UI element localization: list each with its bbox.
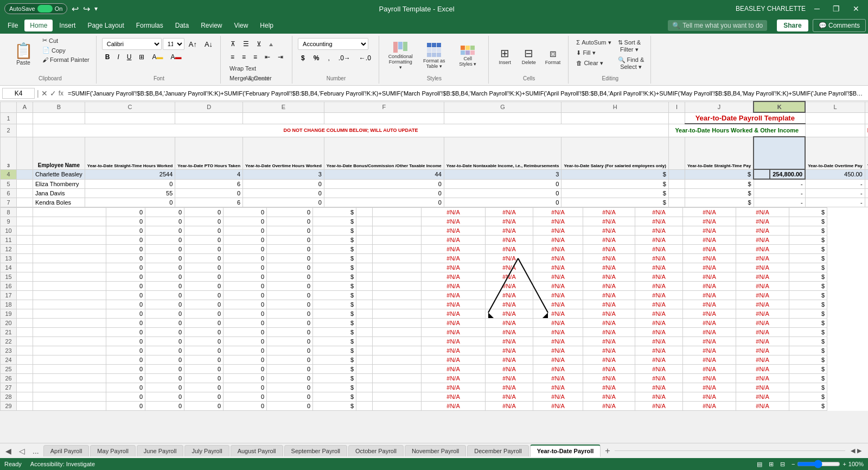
cell-k17[interactable]: #N/A bbox=[422, 291, 486, 300]
insert-button[interactable]: ⊞ Insert bbox=[494, 38, 516, 74]
find-select-button[interactable]: 🔍 Find &Select ▾ bbox=[616, 55, 647, 72]
cell-m17[interactable]: #N/A bbox=[533, 291, 583, 300]
cell-j14[interactable] bbox=[373, 263, 422, 272]
cell-h21[interactable]: $ bbox=[313, 328, 356, 337]
cell-f10[interactable]: 0 bbox=[224, 226, 267, 236]
cell-j17[interactable] bbox=[373, 291, 422, 300]
cell-g28[interactable]: 0 bbox=[267, 392, 313, 402]
cell-f28[interactable]: 0 bbox=[224, 392, 267, 402]
cell-l1[interactable] bbox=[805, 112, 865, 124]
cell-c19[interactable]: 0 bbox=[106, 309, 145, 319]
cell-j25[interactable] bbox=[373, 365, 422, 374]
cell-p16[interactable]: #N/A bbox=[683, 282, 736, 291]
cell-m11[interactable]: #N/A bbox=[533, 236, 583, 245]
cell-d10[interactable]: 0 bbox=[145, 226, 184, 236]
cell-g19[interactable]: 0 bbox=[267, 309, 313, 319]
cell-o21[interactable]: #N/A bbox=[635, 328, 683, 337]
cell-m14[interactable]: #N/A bbox=[533, 263, 583, 272]
cell-h6[interactable]: $ bbox=[561, 189, 669, 198]
cell-g21[interactable]: 0 bbox=[267, 328, 313, 337]
cell-b24[interactable] bbox=[33, 355, 106, 365]
cell-k22[interactable]: #N/A bbox=[422, 337, 486, 346]
cell-i22[interactable] bbox=[356, 337, 373, 346]
cell-n22[interactable]: #N/A bbox=[583, 337, 635, 346]
cell-f5[interactable]: 0 bbox=[324, 179, 444, 189]
col-header-m[interactable]: M bbox=[865, 101, 868, 112]
cell-i17[interactable] bbox=[356, 291, 373, 300]
cell-d20[interactable]: 0 bbox=[145, 319, 184, 328]
cell-l9[interactable]: #N/A bbox=[486, 217, 533, 226]
cell-a12[interactable] bbox=[17, 245, 33, 254]
cell-j27[interactable] bbox=[373, 383, 422, 392]
cell-g26[interactable]: 0 bbox=[267, 374, 313, 383]
cell-j10[interactable] bbox=[373, 226, 422, 236]
cell-h1[interactable] bbox=[561, 112, 669, 124]
tab-april-payroll[interactable]: April Payroll bbox=[43, 445, 90, 456]
autosum-button[interactable]: Σ AutoSum ▾ bbox=[574, 38, 613, 47]
decimal-decrease-button[interactable]: ←.0 bbox=[356, 52, 374, 64]
cell-h14[interactable]: $ bbox=[313, 263, 356, 272]
cell-n21[interactable]: #N/A bbox=[583, 328, 635, 337]
cell-j23[interactable] bbox=[373, 346, 422, 355]
menu-file[interactable]: File bbox=[2, 20, 23, 31]
cell-j4[interactable]: $ bbox=[685, 169, 754, 179]
cell-b16[interactable] bbox=[33, 282, 106, 291]
cell-a16[interactable] bbox=[17, 282, 33, 291]
cell-c4[interactable]: 2544 bbox=[85, 169, 175, 179]
cell-r17[interactable]: $ bbox=[789, 291, 827, 300]
cell-o10[interactable]: #N/A bbox=[635, 226, 683, 236]
cell-c6[interactable]: 55 bbox=[85, 189, 175, 198]
cell-e12[interactable]: 0 bbox=[184, 245, 224, 254]
cell-e14[interactable]: 0 bbox=[184, 263, 224, 272]
cell-q8[interactable]: #N/A bbox=[736, 208, 789, 217]
cell-a26[interactable] bbox=[17, 374, 33, 383]
format-painter-button[interactable]: 🖌 Format Painter bbox=[40, 55, 92, 64]
cell-i14[interactable] bbox=[356, 263, 373, 272]
insert-function-icon[interactable]: fx bbox=[59, 90, 63, 97]
cell-b12[interactable] bbox=[33, 245, 106, 254]
cell-a13[interactable] bbox=[17, 254, 33, 263]
cell-c21[interactable]: 0 bbox=[106, 328, 145, 337]
cell-l29[interactable]: #N/A bbox=[486, 402, 533, 411]
cell-m22[interactable]: #N/A bbox=[533, 337, 583, 346]
cell-f29[interactable]: 0 bbox=[224, 402, 267, 411]
cell-warn2[interactable]: DO NOT CHANGE CELLS BELOW: FORMULAS WILL… bbox=[865, 124, 868, 137]
clear-button[interactable]: 🗑 Clear ▾ bbox=[574, 59, 613, 68]
cell-b27[interactable] bbox=[33, 383, 106, 392]
cell-d29[interactable]: 0 bbox=[145, 402, 184, 411]
cell-n13[interactable]: #N/A bbox=[583, 254, 635, 263]
cell-k27[interactable]: #N/A bbox=[422, 383, 486, 392]
cell-g20[interactable]: 0 bbox=[267, 319, 313, 328]
cell-h18[interactable]: $ bbox=[313, 300, 356, 309]
cell-p28[interactable]: #N/A bbox=[683, 392, 736, 402]
cell-q20[interactable]: #N/A bbox=[736, 319, 789, 328]
cell-k23[interactable]: #N/A bbox=[422, 346, 486, 355]
cell-n29[interactable]: #N/A bbox=[583, 402, 635, 411]
cell-g22[interactable]: 0 bbox=[267, 337, 313, 346]
number-format-select[interactable]: Accounting bbox=[298, 38, 368, 50]
cell-d21[interactable]: 0 bbox=[145, 328, 184, 337]
cell-r23[interactable]: $ bbox=[789, 346, 827, 355]
cell-e15[interactable]: 0 bbox=[184, 272, 224, 282]
cell-m6[interactable]: - bbox=[865, 189, 868, 198]
cell-g1[interactable] bbox=[444, 112, 561, 124]
cell-n17[interactable]: #N/A bbox=[583, 291, 635, 300]
cell-g11[interactable]: 0 bbox=[267, 236, 313, 245]
cell-m4[interactable]: 255,297.00 bbox=[865, 169, 868, 179]
cell-e25[interactable]: 0 bbox=[184, 365, 224, 374]
cell-h16[interactable]: $ bbox=[313, 282, 356, 291]
cell-k4a[interactable] bbox=[754, 169, 770, 179]
format-button[interactable]: ⧈ Format bbox=[542, 38, 564, 74]
cell-r8[interactable]: $ bbox=[789, 208, 827, 217]
menu-review[interactable]: Review bbox=[195, 20, 227, 31]
cell-h15[interactable]: $ bbox=[313, 272, 356, 282]
cell-e11[interactable]: 0 bbox=[184, 236, 224, 245]
cell-q23[interactable]: #N/A bbox=[736, 346, 789, 355]
cell-c29[interactable]: 0 bbox=[106, 402, 145, 411]
undo-icon[interactable]: ↩ bbox=[72, 4, 79, 14]
cell-i21[interactable] bbox=[356, 328, 373, 337]
align-middle-button[interactable]: ☰ bbox=[240, 38, 252, 50]
cell-b14[interactable] bbox=[33, 263, 106, 272]
cell-r16[interactable]: $ bbox=[789, 282, 827, 291]
cell-c26[interactable]: 0 bbox=[106, 374, 145, 383]
